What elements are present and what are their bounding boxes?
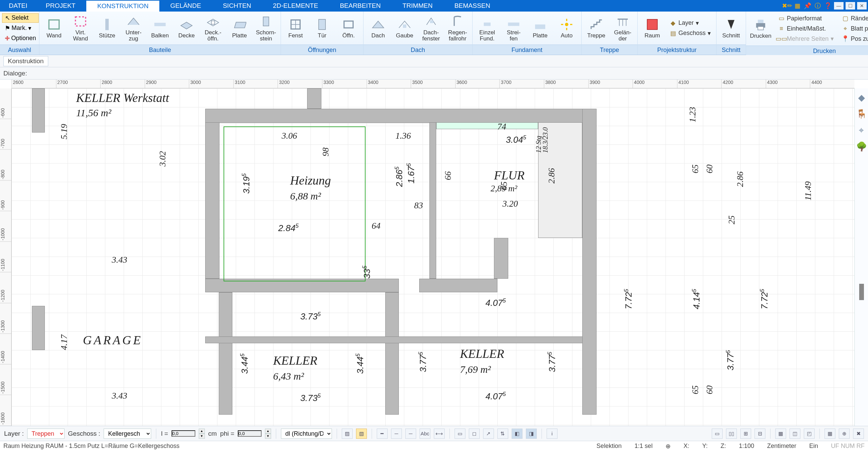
einheit-button[interactable]: ≡Einheit/Maßst. (776, 24, 836, 33)
geschoss-dropdown[interactable]: ▤Geschoss▾ (668, 29, 713, 38)
direction-select[interactable]: dl (Richtung/Di (281, 429, 332, 439)
hatch2-icon[interactable]: ▧ (356, 429, 367, 439)
tree-side-icon[interactable]: 🌳 (856, 141, 867, 152)
tool-c-icon[interactable]: ◧ (512, 429, 522, 439)
phi-down[interactable]: ▼ (265, 434, 271, 439)
fundauto-button[interactable]: Auto (554, 13, 579, 43)
platte-button[interactable]: Platte (227, 13, 252, 43)
dach-icon (371, 18, 385, 31)
close-icon[interactable]: ✕ (857, 2, 867, 10)
deckoeffn-button[interactable]: Deck.- öffn. (200, 13, 226, 43)
tab-2d-elemente[interactable]: 2D-ELEMENTE (262, 0, 329, 12)
l-up[interactable]: ▲ (199, 429, 205, 434)
dim-3.43b: 3.43 (112, 391, 127, 401)
target-side-icon[interactable]: ⌖ (856, 125, 867, 135)
view-4-icon[interactable]: ⊟ (755, 429, 765, 439)
view-7-icon[interactable]: ◰ (804, 429, 815, 439)
phi-input[interactable] (238, 430, 262, 437)
tab-bemassen[interactable]: BEMASSEN (443, 0, 501, 12)
layer-select[interactable]: Treppen (27, 429, 65, 439)
select-box-icon[interactable]: ◻ (469, 429, 480, 439)
mark-button[interactable]: ⚑Mark.▾ (2, 23, 39, 33)
layer-dropdown[interactable]: ◆Layer▾ (668, 18, 713, 28)
hatch1-icon[interactable]: ▨ (342, 429, 353, 439)
help-icon[interactable]: ❓ (824, 2, 832, 10)
gaube-button[interactable]: Gaube (392, 13, 417, 43)
tool-b-icon[interactable]: ⇅ (497, 429, 508, 439)
maximize-icon[interactable]: ☐ (846, 2, 855, 10)
close-tool-icon[interactable]: ✖ (853, 429, 864, 439)
streifen-button[interactable]: Strei- fen (501, 13, 526, 43)
einzelfund-button[interactable]: Einzel Fund. (475, 13, 500, 43)
decke-button[interactable]: Decke (174, 13, 199, 43)
schnitt-button[interactable]: Schnitt (719, 13, 744, 43)
l-down[interactable]: ▼ (199, 434, 205, 439)
selekt-button[interactable]: ↖Selekt (2, 13, 39, 23)
linew-thin-icon[interactable]: ─ (405, 429, 416, 439)
tab-trimmen[interactable]: TRIMMEN (392, 0, 444, 12)
select-rect-icon[interactable]: ▭ (455, 429, 465, 439)
dim-3.445a: 3.445 (239, 353, 250, 374)
raender-button[interactable]: ▢Ränder einblend. (840, 14, 868, 23)
view-1-icon[interactable]: ▭ (712, 429, 723, 439)
dachfenster-button[interactable]: Dach- fenster (419, 13, 444, 43)
wand-button[interactable]: Wand (41, 13, 67, 43)
info-btn-icon[interactable]: i (547, 429, 557, 439)
tab-gelaende[interactable]: GELÄNDE (159, 0, 212, 12)
drucken-button[interactable]: Drucken (748, 14, 773, 44)
view-2-icon[interactable]: ▯▯ (726, 429, 737, 439)
pin-icon[interactable]: 📌 (803, 2, 812, 10)
einzelfund-icon (480, 15, 494, 28)
treppe-button[interactable]: Treppe (584, 13, 609, 43)
blattpos-button[interactable]: ⌖Blatt position. (840, 24, 868, 33)
tab-konstruktion[interactable]: KONSTRUKTION (86, 0, 159, 12)
optionen-button[interactable]: ✚Optionen (2, 34, 39, 43)
oeffnung-button[interactable]: Öffn. (336, 13, 361, 43)
tab-datei[interactable]: DATEI (1, 0, 35, 12)
layers-side-icon[interactable]: ◆ (856, 92, 867, 103)
dach-button[interactable]: Dach (366, 13, 391, 43)
papierformat-button[interactable]: ▭Papierformat (776, 14, 836, 23)
dim-icon[interactable]: ⟷ (434, 429, 445, 439)
geschoss-select[interactable]: Kellergesch (104, 429, 151, 439)
tab-bearbeiten[interactable]: BEARBEITEN (329, 0, 391, 12)
raum-icon (645, 18, 659, 31)
box-icon[interactable]: ▦ (793, 2, 801, 10)
tab-sichten[interactable]: SICHTEN (212, 0, 262, 12)
schornstein-button[interactable]: Schorn- stein (253, 13, 279, 43)
fundplatte-button[interactable]: Platte (528, 13, 553, 43)
unterzug-button[interactable]: Unter- zug (121, 13, 146, 43)
bottom-toolbar: Layer : Treppen Geschoss : Kellergesch l… (0, 426, 868, 441)
linew-thick-icon[interactable]: ━ (377, 429, 388, 439)
panel-handle[interactable] (859, 284, 864, 300)
text-icon[interactable]: Abc (420, 429, 430, 439)
raum-button[interactable]: Raum (640, 13, 665, 43)
status-x: X: (684, 443, 689, 450)
chair-side-icon[interactable]: 🪑 (856, 109, 867, 119)
grid-toggle-icon[interactable]: ▦ (825, 429, 835, 439)
minimize-icon[interactable]: — (834, 2, 844, 10)
tab-projekt[interactable]: PROJEKT (35, 0, 87, 12)
konstruktion-tag[interactable]: Konstruktion (3, 56, 48, 66)
balken-button[interactable]: Balken (147, 13, 173, 43)
drawing-canvas[interactable]: KELLER Werkstatt 11,56 m² Heizung 6,88 m… (12, 88, 854, 426)
tools-icon[interactable]: ✖✏ (783, 2, 791, 10)
view-3-icon[interactable]: ⊞ (740, 429, 751, 439)
stuetze-button[interactable]: Stütze (94, 13, 120, 43)
tuer-button[interactable]: Tür (309, 13, 335, 43)
regenfallrohr-button[interactable]: Regen- fallrohr (445, 13, 470, 43)
linew-med-icon[interactable]: ─ (391, 429, 402, 439)
dim-3.445b: 3.445 (355, 353, 366, 374)
view-5-icon[interactable]: ▦ (775, 429, 786, 439)
virtwand-button[interactable]: Virt. Wand (68, 13, 93, 43)
snap-icon[interactable]: ⊕ (839, 429, 850, 439)
phi-up[interactable]: ▲ (265, 429, 271, 434)
l-input[interactable] (172, 430, 195, 437)
gelaender-button[interactable]: Gelän- der (610, 13, 635, 43)
info-icon[interactable]: ⓘ (814, 2, 822, 10)
poszurueck-button[interactable]: 📍Pos zurücksetz. (840, 34, 868, 44)
tool-a-icon[interactable]: ↗ (483, 429, 494, 439)
tool-d-icon[interactable]: ◨ (526, 429, 537, 439)
view-6-icon[interactable]: ◫ (790, 429, 800, 439)
fenster-button[interactable]: Fenst (283, 13, 308, 43)
